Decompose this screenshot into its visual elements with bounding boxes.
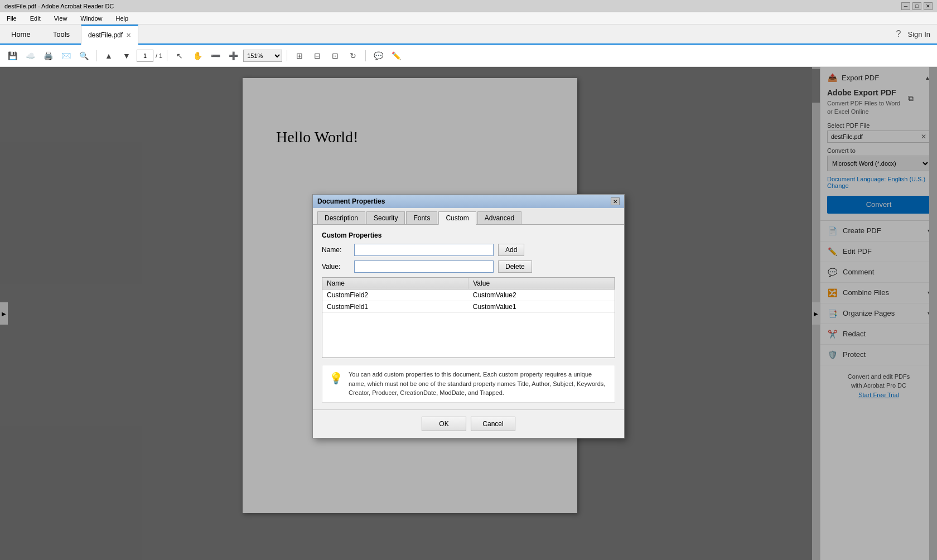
- zoom-out-button[interactable]: ➖: [207, 48, 223, 64]
- minimize-button[interactable]: ─: [901, 2, 910, 10]
- lightbulb-icon: 💡: [329, 370, 343, 387]
- nav-tab-tools[interactable]: Tools: [42, 25, 81, 44]
- dialog-tab-security[interactable]: Security: [366, 211, 405, 224]
- name-label: Name:: [322, 246, 350, 254]
- dialog-tab-custom[interactable]: Custom: [438, 211, 476, 225]
- nav-tab-file[interactable]: destFile.pdf ✕: [81, 25, 138, 45]
- value-label: Value:: [322, 263, 350, 271]
- help-button[interactable]: ?: [896, 29, 901, 39]
- nav-tabs: Home Tools destFile.pdf ✕ ? Sign In: [0, 25, 937, 45]
- next-page-button[interactable]: ▼: [119, 48, 134, 64]
- toolbar: 💾 ☁️ 🖨️ ✉️ 🔍 ▲ ▼ / 1 ↖ ✋ ➖ ➕ 151% ⊞ ⊟ ⊡ …: [0, 45, 937, 67]
- dialog-buttons: OK Cancel: [313, 409, 624, 438]
- toolbar-separator-4: [365, 50, 366, 61]
- comment-button[interactable]: 💬: [370, 48, 386, 64]
- maximize-button[interactable]: □: [912, 2, 921, 10]
- nav-right: ? Sign In: [896, 25, 937, 44]
- dialog-close-button[interactable]: ✕: [611, 197, 620, 205]
- tab-close-button[interactable]: ✕: [126, 32, 131, 39]
- save-button[interactable]: 💾: [4, 48, 20, 64]
- page-number-input[interactable]: [137, 50, 153, 62]
- menu-view[interactable]: View: [52, 14, 70, 23]
- nav-tab-home[interactable]: Home: [0, 25, 42, 44]
- close-button[interactable]: ✕: [924, 2, 933, 10]
- field-name-1: CustomField1: [322, 301, 468, 313]
- title-bar-controls: ─ □ ✕: [901, 2, 933, 10]
- rotate-button[interactable]: ↻: [345, 48, 361, 64]
- info-text: You can add custom properties to this do…: [349, 370, 608, 398]
- info-box: 💡 You can add custom properties to this …: [322, 365, 615, 403]
- draw-button[interactable]: ✏️: [388, 48, 404, 64]
- field-value-1: CustomValue1: [468, 301, 615, 313]
- value-field-row: Value: Delete: [322, 260, 615, 273]
- menu-bar: File Edit View Window Help: [0, 12, 937, 25]
- properties-table-container: Name Value CustomField2 CustomValue2 Cus…: [322, 277, 615, 358]
- table-empty-area: [322, 313, 615, 358]
- delete-button[interactable]: Delete: [498, 260, 532, 273]
- col-header-name: Name: [322, 278, 468, 289]
- name-input[interactable]: [354, 244, 494, 256]
- dialog-content: Custom Properties Name: Add Value: Delet…: [313, 225, 624, 409]
- title-bar-text: destFile.pdf - Adobe Acrobat Reader DC: [4, 3, 114, 9]
- toolbar-separator-2: [167, 50, 167, 61]
- menu-help[interactable]: Help: [113, 14, 131, 23]
- fit-page-button[interactable]: ⊞: [292, 48, 307, 64]
- zoom-select[interactable]: 151%: [243, 50, 282, 62]
- dialog-tab-fonts[interactable]: Fonts: [406, 211, 437, 224]
- menu-file[interactable]: File: [4, 14, 19, 23]
- ok-button[interactable]: OK: [422, 417, 466, 431]
- document-properties-dialog: Document Properties ✕ Description Securi…: [312, 194, 625, 438]
- field-name-0: CustomField2: [322, 289, 468, 301]
- find-button[interactable]: 🔍: [76, 48, 91, 64]
- toolbar-separator-1: [96, 50, 96, 61]
- dialog-section-title: Custom Properties: [322, 231, 615, 239]
- table-row[interactable]: CustomField1 CustomValue1: [322, 301, 615, 313]
- menu-window[interactable]: Window: [78, 14, 104, 23]
- print-button[interactable]: 🖨️: [40, 48, 56, 64]
- properties-table: Name Value CustomField2 CustomValue2 Cus…: [322, 278, 615, 358]
- hand-tool-button[interactable]: ✋: [190, 48, 205, 64]
- col-header-value: Value: [468, 278, 615, 289]
- menu-edit[interactable]: Edit: [28, 14, 43, 23]
- page-total: / 1: [156, 52, 162, 59]
- field-value-0: CustomValue2: [468, 289, 615, 301]
- toolbar-separator-3: [287, 50, 287, 61]
- cancel-button[interactable]: Cancel: [471, 417, 515, 431]
- dialog-title: Document Properties: [317, 197, 385, 205]
- email-button[interactable]: ✉️: [58, 48, 74, 64]
- modal-overlay: Document Properties ✕ Description Securi…: [0, 67, 937, 560]
- value-input[interactable]: [354, 260, 494, 273]
- add-button[interactable]: Add: [498, 244, 524, 256]
- main-area: ▶ Hello World! ▶ 📤 Export PDF ▲ Adobe Ex…: [0, 67, 937, 560]
- zoom-in-button[interactable]: ➕: [225, 48, 241, 64]
- fit-width-button[interactable]: ⊟: [310, 48, 325, 64]
- save-to-cloud-button[interactable]: ☁️: [22, 48, 38, 64]
- sign-in-button[interactable]: Sign In: [908, 30, 930, 38]
- title-bar: destFile.pdf - Adobe Acrobat Reader DC ─…: [0, 0, 937, 12]
- dialog-tabs: Description Security Fonts Custom Advanc…: [313, 208, 624, 225]
- full-screen-button[interactable]: ⊡: [327, 48, 343, 64]
- dialog-title-bar: Document Properties ✕: [313, 195, 624, 208]
- prev-page-button[interactable]: ▲: [101, 48, 117, 64]
- name-field-row: Name: Add: [322, 244, 615, 256]
- dialog-tab-advanced[interactable]: Advanced: [477, 211, 521, 224]
- table-row[interactable]: CustomField2 CustomValue2: [322, 289, 615, 301]
- dialog-tab-description[interactable]: Description: [317, 211, 365, 224]
- select-tool-button[interactable]: ↖: [172, 48, 187, 64]
